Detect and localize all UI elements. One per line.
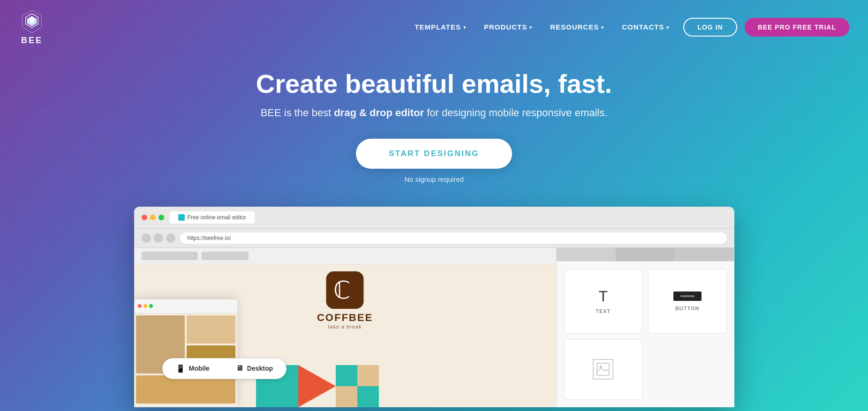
logo-icon xyxy=(19,8,45,35)
chevron-down-icon: ▾ xyxy=(666,25,669,30)
coffbee-logo: ℂ COFFBEE take a break xyxy=(317,271,373,329)
tab-label: Free online email editor xyxy=(188,214,246,221)
hero-content: Create beautiful emails, fast. BEE is th… xyxy=(256,69,612,207)
forward-button xyxy=(154,233,163,243)
mobile-label: Mobile xyxy=(189,365,210,372)
ep-dot-red xyxy=(138,304,142,308)
logo-text: BEE xyxy=(21,36,43,45)
image-widget[interactable] xyxy=(564,339,643,400)
trial-button[interactable]: BEE Pro FREE TRIAL xyxy=(745,18,849,37)
sidebar-content: T TEXT BUTTON xyxy=(557,262,734,407)
coffbee-tagline: take a break xyxy=(328,324,362,329)
checker-1 xyxy=(336,365,357,386)
sidebar-tab-1[interactable] xyxy=(557,248,616,261)
sidebar-tabs xyxy=(557,248,734,262)
button-widget-label: BUTTON xyxy=(675,306,700,311)
ep-block-4 xyxy=(136,375,235,404)
browser-mockup: Free online email editor https://beefree… xyxy=(134,207,734,407)
svg-text:ℂ: ℂ xyxy=(334,277,351,303)
toolbar-block-1 xyxy=(142,252,198,260)
login-button[interactable]: LOG IN xyxy=(683,18,737,37)
logo-link[interactable]: BEE xyxy=(19,8,45,45)
ep-block-2 xyxy=(187,315,235,344)
desktop-label: Desktop xyxy=(247,365,273,372)
button-icon xyxy=(673,291,702,301)
geo-checker xyxy=(336,365,379,407)
chevron-down-icon: ▾ xyxy=(601,25,604,30)
nav-link-templates[interactable]: TEMPLATES ▾ xyxy=(415,23,466,31)
text-widget[interactable]: T TEXT xyxy=(564,269,643,334)
hero-subtitle: BEE is the best drag & drop editor for d… xyxy=(261,107,608,119)
editor-toolbar xyxy=(134,248,556,264)
hero-title: Create beautiful emails, fast. xyxy=(256,69,612,98)
ep-dot-green xyxy=(149,304,153,308)
desktop-toggle-button[interactable]: 🖥 Desktop xyxy=(223,359,286,379)
browser-dots xyxy=(142,215,164,220)
chevron-down-icon: ▾ xyxy=(463,25,466,30)
checker-2 xyxy=(357,365,379,386)
start-designing-button[interactable]: START DESIGNING xyxy=(356,139,512,169)
desktop-icon: 🖥 xyxy=(236,364,243,373)
dot-green xyxy=(159,215,164,220)
sidebar-tab-3[interactable] xyxy=(675,248,734,261)
checker-4 xyxy=(357,386,379,407)
ep-dot-yellow xyxy=(143,304,147,308)
text-widget-label: TEXT xyxy=(596,308,611,314)
dot-yellow xyxy=(150,215,156,220)
browser-nav-buttons xyxy=(142,233,175,243)
nav-link-resources[interactable]: RESOURCES ▾ xyxy=(550,23,604,31)
browser-address-bar: https://beefree.io/ xyxy=(134,229,734,248)
geo-orange-tri xyxy=(298,365,336,407)
editor-main: ℂ COFFBEE take a break xyxy=(134,248,556,407)
toolbar-block-2 xyxy=(202,252,249,260)
address-bar[interactable]: https://beefree.io/ xyxy=(180,232,727,244)
coffbee-name: COFFBEE xyxy=(317,312,373,324)
mobile-toggle-button[interactable]: 📱 Mobile xyxy=(163,359,223,379)
dot-red xyxy=(142,215,147,220)
email-preview-small xyxy=(134,299,237,407)
hero-section: BEE TEMPLATES ▾ PRODUCTS ▾ RESOURCES ▾ C… xyxy=(0,0,868,411)
nav-actions: LOG IN BEE Pro FREE TRIAL xyxy=(683,18,849,37)
editor-sidebar: T TEXT BUTTON xyxy=(556,248,734,407)
button-widget[interactable]: BUTTON xyxy=(648,269,727,334)
text-icon: T xyxy=(598,289,608,304)
chevron-down-icon: ▾ xyxy=(529,25,532,30)
coffbee-svg: ℂ xyxy=(332,277,358,303)
ep-header xyxy=(134,299,237,314)
nav-link-products[interactable]: PRODUCTS ▾ xyxy=(484,23,532,31)
browser-tab: Free online email editor xyxy=(170,211,255,224)
coffbee-icon: ℂ xyxy=(326,271,364,309)
mobile-icon: 📱 xyxy=(176,364,185,373)
nav-link-contacts[interactable]: CONTACTS ▾ xyxy=(622,23,669,31)
tab-favicon xyxy=(178,214,185,221)
nav-links: TEMPLATES ▾ PRODUCTS ▾ RESOURCES ▾ CONTA… xyxy=(415,23,669,31)
browser-content: ℂ COFFBEE take a break xyxy=(134,248,734,407)
navigation: BEE TEMPLATES ▾ PRODUCTS ▾ RESOURCES ▾ C… xyxy=(0,0,868,54)
no-signup-text: No signup required xyxy=(404,175,464,183)
sidebar-tab-2[interactable] xyxy=(616,248,675,261)
image-icon xyxy=(593,359,613,380)
mobile-desktop-toggle[interactable]: 📱 Mobile 🖥 Desktop xyxy=(162,358,287,379)
reload-button xyxy=(166,233,175,243)
checker-3 xyxy=(336,386,357,407)
back-button xyxy=(142,233,151,243)
image-svg xyxy=(596,363,610,376)
browser-bar: Free online email editor xyxy=(134,207,734,229)
